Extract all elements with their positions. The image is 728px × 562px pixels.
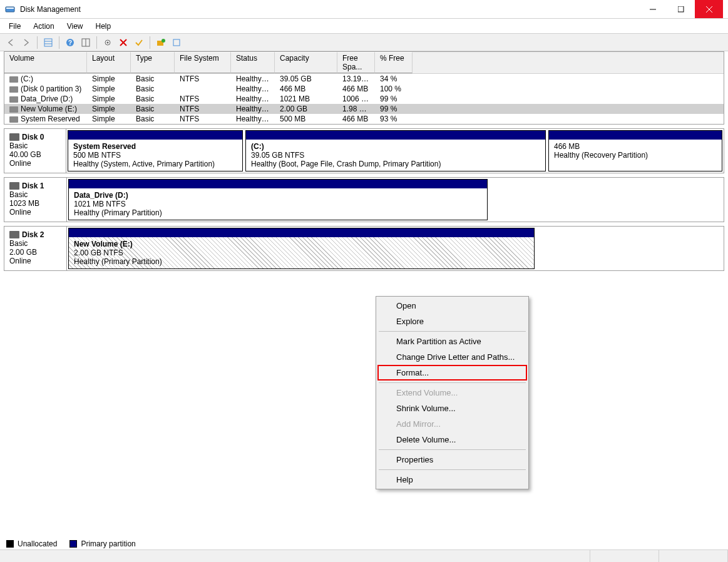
ctx-delete[interactable]: Delete Volume... (377, 432, 527, 447)
col-layout[interactable]: Layout (87, 52, 131, 73)
new-partition-button[interactable] (154, 36, 168, 49)
statusbar (0, 549, 728, 562)
ctx-shrink[interactable]: Shrink Volume... (377, 401, 527, 416)
settings-button[interactable] (101, 36, 115, 49)
disk-label[interactable]: Disk 2Basic2.00 GBOnline (4, 227, 67, 270)
view-list-button[interactable] (41, 36, 55, 49)
menu-view[interactable]: View (61, 21, 90, 32)
svg-rect-19 (173, 39, 180, 46)
volume-row[interactable]: Data_Drive (D:)SimpleBasicNTFSHealthy (P… (4, 94, 724, 104)
volume-list: Volume Layout Type File System Status Ca… (4, 51, 724, 125)
close-button[interactable] (695, 0, 723, 18)
partition[interactable]: System Reserved500 MB NTFSHealthy (Syste… (68, 130, 243, 171)
col-capacity[interactable]: Capacity (275, 52, 337, 73)
col-freespace[interactable]: Free Spa... (337, 52, 375, 73)
disk-label[interactable]: Disk 0Basic40.00 GBOnline (4, 129, 66, 173)
svg-rect-3 (678, 6, 684, 12)
svg-rect-6 (44, 39, 52, 46)
toolbar: ? (0, 34, 728, 51)
svg-point-14 (107, 41, 109, 43)
ctx-format[interactable]: Format... (377, 365, 527, 381)
ctx-properties[interactable]: Properties (377, 452, 527, 467)
forward-button[interactable] (19, 36, 33, 49)
ctx-explore[interactable]: Explore (377, 314, 527, 329)
legend-unallocated-label: Unallocated (18, 539, 57, 548)
menu-help[interactable]: Help (90, 21, 118, 32)
window-title: Disk Management (20, 5, 638, 14)
volume-row[interactable]: (C:)SimpleBasicNTFSHealthy (B...39.05 GB… (4, 74, 724, 84)
col-status[interactable]: Status (231, 52, 275, 73)
col-filesystem[interactable]: File System (175, 52, 231, 73)
check-button[interactable] (132, 36, 146, 49)
volume-row[interactable]: System ReservedSimpleBasicNTFSHealthy (S… (4, 114, 724, 124)
detail-view-button[interactable] (79, 36, 93, 49)
partition[interactable]: Data_Drive (D:)1021 MB NTFSHealthy (Prim… (68, 179, 488, 220)
ctx-extend: Extend Volume... (377, 385, 527, 401)
legend-primary: Primary partition (69, 539, 135, 548)
col-type[interactable]: Type (131, 52, 175, 73)
ctx-mark-active[interactable]: Mark Partition as Active (377, 334, 527, 349)
window-controls (638, 0, 723, 18)
back-button[interactable] (4, 36, 18, 49)
legend-unallocated: Unallocated (6, 539, 57, 548)
delete-button[interactable] (116, 36, 130, 49)
ctx-help[interactable]: Help (377, 472, 527, 488)
help-button[interactable]: ? (63, 36, 77, 49)
app-icon (5, 4, 15, 14)
disk-row: Disk 1Basic1023 MBOnlineData_Drive (D:)1… (4, 177, 724, 222)
ctx-add-mirror: Add Mirror... (377, 416, 527, 432)
legend-primary-swatch (69, 540, 77, 548)
svg-rect-1 (6, 8, 14, 9)
maximize-button[interactable] (667, 0, 695, 18)
partition[interactable]: 466 MBHealthy (Recovery Partition) (548, 130, 722, 171)
ctx-change-letter[interactable]: Change Drive Letter and Paths... (377, 349, 527, 365)
legend: Unallocated Primary partition (6, 539, 136, 548)
partition[interactable]: (C:)39.05 GB NTFSHealthy (Boot, Page Fil… (245, 130, 546, 171)
titlebar: Disk Management (0, 0, 728, 19)
partition[interactable]: New Volume (E:)2.00 GB NTFSHealthy (Prim… (68, 228, 535, 269)
ctx-open[interactable]: Open (377, 298, 527, 314)
menu-action[interactable]: Action (27, 21, 60, 32)
disk-label[interactable]: Disk 1Basic1023 MBOnline (4, 178, 67, 222)
disk-layout-area: Disk 0Basic40.00 GBOnlineSystem Reserved… (4, 128, 724, 271)
properties2-button[interactable] (170, 36, 183, 49)
svg-point-18 (161, 39, 165, 43)
disk-row: Disk 2Basic2.00 GBOnlineNew Volume (E:)2… (4, 226, 724, 271)
svg-text:?: ? (68, 39, 72, 46)
col-volume[interactable]: Volume (4, 52, 87, 73)
legend-unallocated-swatch (6, 540, 14, 548)
volume-row[interactable]: New Volume (E:)SimpleBasicNTFSHealthy (P… (4, 104, 724, 114)
context-menu: Open Explore Mark Partition as Active Ch… (376, 296, 529, 489)
menubar: File Action View Help (0, 19, 728, 34)
minimize-button[interactable] (638, 0, 667, 18)
volume-row[interactable]: (Disk 0 partition 3)SimpleBasicHealthy (… (4, 84, 724, 94)
volume-list-header: Volume Layout Type File System Status Ca… (4, 52, 724, 74)
col-pctfree[interactable]: % Free (375, 52, 413, 73)
menu-file[interactable]: File (3, 21, 27, 32)
disk-row: Disk 0Basic40.00 GBOnlineSystem Reserved… (4, 128, 724, 173)
legend-primary-label: Primary partition (81, 539, 135, 548)
